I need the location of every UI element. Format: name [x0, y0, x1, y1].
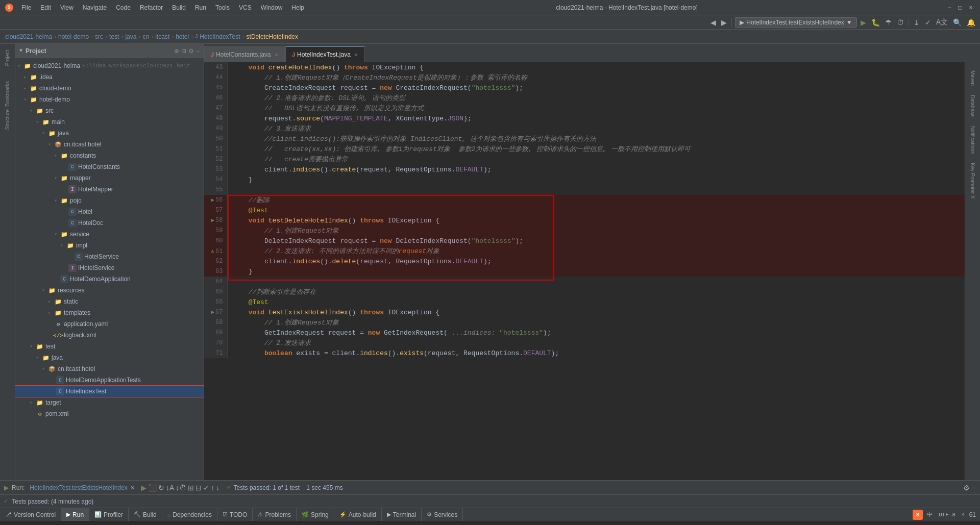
tree-item-hotel-demo[interactable]: ▾ 📁 hotel-demo: [15, 94, 204, 105]
tab-dependencies[interactable]: ≡ Dependencies: [162, 508, 217, 521]
run-test-link[interactable]: HotelIndexTest.testExistsHotelIndex: [30, 484, 127, 491]
menu-window[interactable]: Window: [257, 3, 287, 12]
tab-auto-build[interactable]: ⚡ Auto-build: [334, 508, 382, 521]
run-expand-all-button[interactable]: ⊞: [188, 484, 194, 492]
tree-item-target[interactable]: ▸ 📁 target: [15, 397, 204, 408]
tree-item-pojo[interactable]: ▾ 📁 pojo: [15, 195, 204, 206]
tree-item-test-java[interactable]: ▾ 📁 java: [15, 352, 204, 363]
encoding-indicator[interactable]: UTF-8: [937, 512, 958, 518]
tree-item-HotelIndexTest[interactable]: C HotelIndexTest: [15, 386, 204, 397]
menu-file[interactable]: File: [17, 3, 35, 12]
coverage-button[interactable]: ☂: [884, 17, 893, 28]
indent-indicator[interactable]: 4: [960, 512, 967, 518]
breadcrumb-itcast[interactable]: itcast: [155, 33, 169, 40]
tree-item-src[interactable]: ▾ 📁 src: [15, 105, 204, 116]
menu-edit[interactable]: Edit: [36, 3, 55, 12]
run-close-button[interactable]: ×: [131, 484, 135, 492]
run-settings-button[interactable]: ⚙: [963, 484, 970, 492]
minimize-button[interactable]: −: [945, 4, 953, 12]
menu-refactor[interactable]: Refactor: [136, 3, 167, 12]
tree-item-constants[interactable]: ▾ 📁 constants: [15, 150, 204, 161]
menu-run[interactable]: Run: [191, 3, 210, 12]
breadcrumb-hotel[interactable]: hotel: [176, 33, 189, 40]
tree-item-idea[interactable]: ▸ 📁 .idea: [15, 71, 204, 83]
breadcrumb-src[interactable]: src: [95, 33, 103, 40]
menu-vcs[interactable]: VCS: [235, 3, 256, 12]
tree-item-mapper[interactable]: ▾ 📁 mapper: [15, 172, 204, 184]
breadcrumb-cn[interactable]: cn: [142, 33, 149, 40]
tree-item-static[interactable]: ▸ 📁 static: [15, 296, 204, 307]
tree-item-HotelConstants[interactable]: C HotelConstants: [15, 161, 204, 172]
vcs-commit-button[interactable]: ✓: [923, 17, 933, 28]
debug-button[interactable]: 🐛: [870, 17, 881, 28]
notifications-panel-label[interactable]: Notifications: [970, 122, 975, 158]
run-sort-alpha-button[interactable]: ↕A: [166, 484, 174, 492]
tree-item-pom[interactable]: ⚙ pom.xml: [15, 408, 204, 419]
tree-item-application-yaml[interactable]: ⚙ application.yaml: [15, 318, 204, 330]
run-show-passed-button[interactable]: ✓: [203, 484, 209, 492]
back-button[interactable]: ◀: [709, 17, 718, 28]
tab-close-button[interactable]: ×: [275, 52, 278, 58]
run-sort-dur-button[interactable]: ↕⏱: [176, 484, 186, 492]
window-controls[interactable]: − □ ×: [945, 4, 975, 12]
tab-profiler[interactable]: 📊 Profiler: [89, 508, 129, 521]
tab-HotelIndexTest[interactable]: J HotelIndexTest.java ×: [285, 46, 364, 62]
tree-item-HotelDoc[interactable]: C HotelDoc: [15, 217, 204, 229]
database-panel-label[interactable]: Database: [970, 91, 975, 121]
project-settings-button[interactable]: ⚙: [188, 47, 194, 55]
run-panel-icon[interactable]: ▶: [4, 484, 9, 491]
run-minimize-button[interactable]: −: [972, 484, 976, 492]
close-button[interactable]: ×: [967, 4, 975, 12]
run-next-button[interactable]: ↓: [216, 484, 219, 492]
maximize-button[interactable]: □: [956, 4, 964, 12]
tab-close-button[interactable]: ×: [355, 52, 358, 58]
breadcrumb-test[interactable]: test: [109, 33, 119, 40]
project-dropdown-icon[interactable]: ▼: [19, 48, 22, 54]
project-minimize-button[interactable]: −: [196, 47, 200, 55]
tree-item-HotelDemoApp[interactable]: C HotelDemoApplication: [15, 273, 204, 285]
lang-indicator[interactable]: 中: [925, 511, 935, 518]
breadcrumb-module[interactable]: hotel-demo: [58, 33, 89, 40]
breadcrumb-root[interactable]: cloud2021-heima: [5, 33, 52, 40]
profile-button[interactable]: ⏱: [895, 17, 905, 28]
tree-item-root[interactable]: ▾ 📁 cloud2021-heima E:\idea-workspace\cl…: [15, 60, 204, 71]
menu-navigate[interactable]: Navigate: [79, 3, 111, 12]
menu-view[interactable]: View: [56, 3, 78, 12]
run-collapse-all-button[interactable]: ⊟: [195, 484, 202, 492]
tree-item-main[interactable]: ▾ 📁 main: [15, 116, 204, 128]
tree-item-package[interactable]: ▾ 📦 cn.itcast.hotel: [15, 139, 204, 150]
run-button[interactable]: ▶: [859, 17, 868, 28]
tree-item-logback-xml[interactable]: ≺/≻ logback.xml: [15, 330, 204, 341]
tab-terminal[interactable]: ▶ Terminal: [382, 508, 422, 521]
tab-HotelConstants[interactable]: J HotelConstants.java ×: [204, 46, 285, 62]
run-prev-button[interactable]: ↑: [211, 484, 214, 492]
forward-button[interactable]: ▶: [720, 17, 728, 28]
run-rerun-failed-button[interactable]: ↻: [158, 484, 164, 492]
tree-item-service[interactable]: ▾ 📁 service: [15, 229, 204, 240]
breadcrumb-java[interactable]: java: [125, 33, 136, 40]
breadcrumb-class[interactable]: HotelIndexTest: [200, 33, 240, 40]
tab-run[interactable]: ▶ Run: [61, 508, 89, 521]
search-everywhere-button[interactable]: 🔍: [951, 17, 963, 28]
tree-item-test[interactable]: ▾ 📁 test: [15, 341, 204, 352]
run-config-dropdown[interactable]: ▶ HotelIndexTest.testExistsHotelIndex ▼: [735, 17, 856, 28]
tree-item-templates[interactable]: ▸ 📁 templates: [15, 307, 204, 318]
breadcrumb-method[interactable]: stDeleteHotelIndex: [247, 33, 298, 40]
run-arrow-icon[interactable]: ▶: [211, 197, 214, 203]
bookmarks-icon[interactable]: Bookmarks: [4, 73, 12, 94]
tab-services[interactable]: ⚙ Services: [422, 508, 463, 521]
tab-build[interactable]: 🔨 Build: [129, 508, 162, 521]
tree-item-HotelService[interactable]: C HotelService: [15, 251, 204, 262]
run-rerun-button[interactable]: ▶: [141, 484, 146, 492]
project-panel-icon[interactable]: Project: [4, 48, 12, 68]
menu-help[interactable]: Help: [287, 3, 308, 12]
tree-item-resources[interactable]: ▾ 📁 resources: [15, 285, 204, 296]
tree-item-cloud-demo[interactable]: ▸ 📁 cloud-demo: [15, 83, 204, 94]
key-promoter-label[interactable]: Key Promoter X: [970, 159, 975, 203]
project-collapse-all-button[interactable]: ⊟: [181, 47, 186, 55]
tree-item-HotelDemoApplicationTests[interactable]: C HotelDemoApplicationTests: [15, 374, 204, 386]
menu-code[interactable]: Code: [112, 3, 135, 12]
tree-item-IHotelService[interactable]: I IHotelService: [15, 262, 204, 273]
tree-item-test-package[interactable]: ▾ 📦 cn.itcast.hotel: [15, 363, 204, 374]
tree-item-java[interactable]: ▾ 📁 java: [15, 128, 204, 139]
